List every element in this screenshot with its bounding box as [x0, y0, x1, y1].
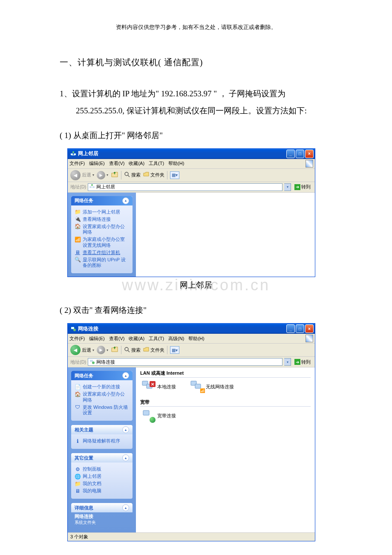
views-button[interactable]: ▦▾: [170, 346, 179, 354]
wireless-connection-item[interactable]: 📶 无线网络连接: [189, 380, 234, 393]
menu-favorites[interactable]: 收藏(A): [129, 160, 144, 167]
disconnected-x-icon: ✕: [150, 381, 156, 387]
divider: [167, 346, 167, 354]
menu-help[interactable]: 帮助(H): [168, 160, 184, 167]
folders-button[interactable]: 文件夹: [143, 171, 164, 179]
panel-header[interactable]: 其它位置 ▴: [71, 453, 133, 462]
panel-header[interactable]: 相关主题 ▴: [71, 425, 133, 434]
svg-rect-9: [71, 327, 74, 329]
task-create-conn[interactable]: 📄创建一个新的连接: [75, 384, 129, 390]
menu-tools[interactable]: 工具(T): [149, 335, 164, 342]
menu-view[interactable]: 查看(V): [109, 335, 125, 342]
task-add-place[interactable]: 📁添加一个网上邻居: [75, 209, 129, 215]
folders-icon: [143, 171, 149, 179]
views-button[interactable]: ▦▾: [170, 171, 179, 179]
panel-header[interactable]: 详细信息 ▴: [71, 503, 133, 512]
svg-rect-13: [90, 360, 93, 362]
up-folder-icon[interactable]: [111, 345, 118, 355]
network-tasks-panel: 网络任务 ▴ 📁添加一个网上邻居 🔌查看网络连接 🏠设置家庭或小型办公网络 📶为…: [71, 196, 133, 274]
search-button[interactable]: 搜索: [124, 171, 141, 179]
forward-button[interactable]: ► ▾: [97, 346, 108, 354]
collapse-icon[interactable]: ▴: [122, 197, 129, 204]
back-button[interactable]: ◄ 后退 ▾: [70, 170, 94, 180]
details-title: 网络连接: [75, 513, 129, 520]
section-broadband: 宽带: [140, 399, 311, 407]
panel-title: 相关主题: [75, 427, 93, 433]
close-button[interactable]: ×: [305, 150, 314, 158]
collapse-icon[interactable]: ▴: [122, 454, 129, 461]
local-connection-item[interactable]: ✕ 本地连接: [140, 380, 176, 393]
address-value: 网络连接: [96, 359, 115, 365]
other-my-computer[interactable]: 🖥我的电脑: [75, 488, 129, 494]
sidebar: 网络任务 ▴ 📄创建一个新的连接 🏠设置家庭或小型办公网络 🛡更改 Window…: [68, 367, 136, 532]
divider: [121, 346, 121, 354]
task-setup-home[interactable]: 🏠设置家庭或小型办公网络: [75, 391, 129, 403]
status-bar: 3 个对象: [68, 532, 315, 541]
chevron-down-icon: ▾: [107, 348, 108, 352]
titlebar[interactable]: 网上邻居 _ □ ×: [68, 149, 315, 159]
menu-view[interactable]: 查看(V): [109, 160, 125, 167]
back-button[interactable]: ◄ 后退 ▾: [70, 345, 94, 355]
collapse-icon[interactable]: ▴: [122, 426, 129, 433]
task-view-workgroup[interactable]: 🖥查看工作组计算机: [75, 250, 129, 256]
task-firewall[interactable]: 🛡更改 Windows 防火墙设置: [75, 405, 129, 416]
collapse-icon[interactable]: ▴: [122, 372, 129, 379]
other-my-docs[interactable]: 📁我的文档: [75, 481, 129, 487]
go-arrow-icon: ➜: [294, 184, 300, 190]
menu-tools[interactable]: 工具(T): [149, 160, 164, 167]
forward-button[interactable]: ► ▾: [97, 171, 108, 179]
firewall-icon: 🛡: [75, 405, 81, 410]
other-control-panel[interactable]: ⚙控制面板: [75, 466, 129, 472]
task-setup-home[interactable]: 🏠设置家庭或小型办公网络: [75, 224, 129, 236]
title-text: 网络连接: [78, 325, 286, 332]
panel-title: 网络任务: [75, 197, 93, 204]
task-troubleshoot[interactable]: ℹ网络疑难解答程序: [75, 438, 129, 444]
up-folder-icon[interactable]: [111, 171, 118, 180]
menu-edit[interactable]: 编辑(E): [89, 335, 105, 342]
menu-help[interactable]: 帮助(H): [188, 335, 204, 342]
minimize-button[interactable]: _: [286, 324, 295, 333]
go-arrow-icon: ➜: [294, 359, 300, 365]
window-body: 网络任务 ▴ 📄创建一个新的连接 🏠设置家庭或小型办公网络 🛡更改 Window…: [68, 367, 315, 532]
address-bar: 地址(D) 网络连接 ▾ ➜ 转到: [68, 357, 315, 367]
menubar: 文件(F) 编辑(E) 查看(V) 收藏(A) 工具(T) 帮助(H): [68, 159, 315, 169]
network-connections-icon: [70, 326, 76, 332]
task-upnp[interactable]: 🔍显示联网的 UPnP 设备的图标: [75, 257, 129, 269]
network-connections-icon: [89, 358, 95, 365]
titlebar[interactable]: 网络连接 _ □ ×: [68, 324, 315, 334]
address-dropdown[interactable]: ▾: [284, 183, 291, 191]
search-button[interactable]: 搜索: [124, 347, 141, 354]
minimize-button[interactable]: _: [286, 150, 295, 158]
task-label: 设置家庭或小型办公网络: [83, 391, 129, 403]
new-connection-icon: 📄: [75, 384, 81, 390]
search-label: 搜索: [131, 347, 141, 353]
sidebar: 网络任务 ▴ 📁添加一个网上邻居 🔌查看网络连接 🏠设置家庭或小型办公网络 📶为…: [68, 193, 136, 277]
menu-advanced[interactable]: 高级(N): [168, 335, 184, 342]
menu-file[interactable]: 文件(F): [69, 160, 85, 167]
broadband-connection-item[interactable]: 宽带连接: [140, 409, 176, 422]
maximize-button[interactable]: □: [296, 324, 304, 333]
menu-favorites[interactable]: 收藏(A): [129, 335, 144, 342]
window-body: 网络任务 ▴ 📁添加一个网上邻居 🔌查看网络连接 🏠设置家庭或小型办公网络 📶为…: [68, 193, 315, 277]
panel-header[interactable]: 网络任务 ▴: [71, 371, 133, 380]
caption-1: www.zixin.com.cn 网上邻居: [60, 280, 332, 291]
maximize-button[interactable]: □: [296, 150, 304, 158]
go-button[interactable]: ➜ 转到: [293, 358, 312, 366]
go-button[interactable]: ➜ 转到: [293, 183, 312, 191]
section-title: 一、计算机与测试仪联机( 通信配置): [60, 57, 332, 68]
folders-button[interactable]: 文件夹: [143, 347, 164, 354]
info-icon: ℹ: [75, 438, 81, 444]
home-network-icon: 🏠: [75, 391, 81, 397]
other-net-places[interactable]: 🌐网上邻居: [75, 474, 129, 480]
close-button[interactable]: ×: [305, 324, 314, 333]
task-setup-wireless[interactable]: 📶为家庭或小型办公室设置无线网络: [75, 237, 129, 249]
collapse-icon[interactable]: ▴: [122, 504, 129, 511]
address-dropdown[interactable]: ▾: [284, 358, 291, 366]
svg-point-8: [91, 184, 93, 186]
task-view-connections[interactable]: 🔌查看网络连接: [75, 217, 129, 223]
menu-file[interactable]: 文件(F): [69, 335, 85, 342]
address-input[interactable]: 网络连接: [88, 358, 282, 366]
address-input[interactable]: 网上邻居: [88, 183, 282, 191]
panel-header[interactable]: 网络任务 ▴: [71, 196, 133, 205]
menu-edit[interactable]: 编辑(E): [89, 160, 105, 167]
